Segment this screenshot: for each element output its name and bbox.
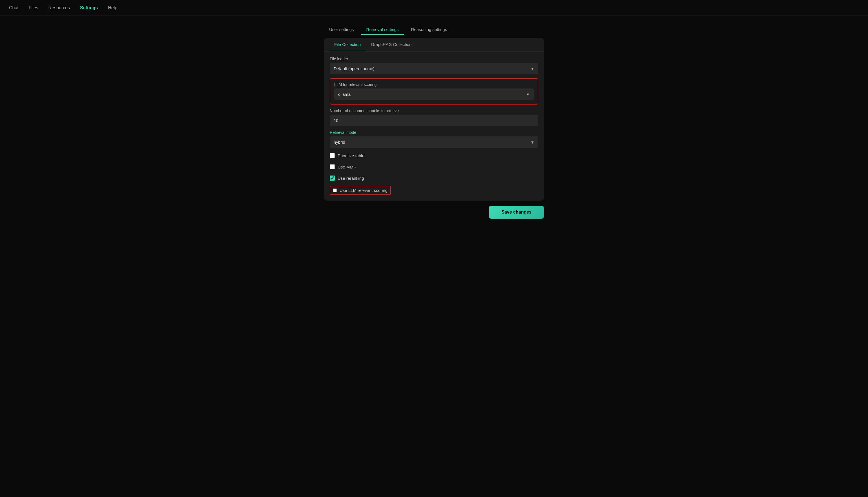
prioritize-table-checkbox[interactable] — [330, 153, 335, 158]
use-llm-scoring-checkbox[interactable] — [333, 188, 337, 192]
checkbox-use-mmr: Use MMR — [330, 163, 538, 170]
nav-chat[interactable]: Chat — [9, 5, 18, 11]
nav-resources[interactable]: Resources — [48, 5, 70, 11]
save-button-row: Save changes — [324, 206, 544, 219]
tab-retrieval-settings[interactable]: Retrieval settings — [361, 25, 404, 35]
use-llm-scoring-label: Use LLM relevant scoring — [340, 188, 387, 193]
inner-tab-file-collection[interactable]: File Collection — [329, 38, 366, 51]
use-llm-scoring-highlighted: Use LLM relevant scoring — [330, 186, 391, 195]
inner-tab-graphrag-collection[interactable]: GraphRAG Collection — [366, 38, 416, 51]
doc-chunks-section: Number of document chunks to retrieve 10 — [330, 109, 538, 126]
retrieval-mode-dropdown-wrap: hybrid dense sparse ▼ — [330, 136, 538, 148]
file-loader-dropdown[interactable]: Default (open-source) Custom — [330, 63, 538, 74]
retrieval-mode-label: Retrieval mode — [330, 130, 538, 135]
doc-chunks-input[interactable]: 10 — [330, 115, 538, 126]
settings-panel: File Collection GraphRAG Collection File… — [324, 38, 544, 201]
file-loader-dropdown-wrap: Default (open-source) Custom ▼ — [330, 63, 538, 74]
retrieval-mode-dropdown[interactable]: hybrid dense sparse — [330, 136, 538, 148]
tab-reasoning-settings[interactable]: Reasoning settings — [406, 25, 452, 35]
tab-user-settings[interactable]: User settings — [324, 25, 359, 35]
checkbox-use-llm-scoring-row: Use LLM relevant scoring — [330, 186, 538, 195]
main-content: User settings Retrieval settings Reasoni… — [0, 16, 868, 497]
checkbox-use-reranking: Use reranking — [330, 174, 538, 182]
file-loader-label: File loader — [330, 57, 538, 61]
nav-settings[interactable]: Settings — [80, 5, 98, 11]
nav-help[interactable]: Help — [108, 5, 117, 11]
top-navigation: Chat Files Resources Settings Help — [0, 0, 868, 16]
save-changes-button[interactable]: Save changes — [489, 206, 544, 219]
retrieval-mode-section: Retrieval mode hybrid dense sparse ▼ — [330, 130, 538, 148]
prioritize-table-label: Prioritize table — [338, 153, 365, 158]
llm-scoring-dropdown[interactable]: ollama openai anthropic — [334, 88, 534, 100]
file-loader-section: File loader Default (open-source) Custom… — [330, 57, 538, 74]
doc-chunks-label: Number of document chunks to retrieve — [330, 109, 538, 113]
nav-files[interactable]: Files — [29, 5, 38, 11]
llm-scoring-dropdown-wrap: ollama openai anthropic ▼ — [334, 88, 534, 100]
checkbox-prioritize-table: Prioritize table — [330, 152, 538, 159]
llm-scoring-section: LLM for relevant scoring ollama openai a… — [330, 78, 538, 104]
inner-tabs: File Collection GraphRAG Collection — [324, 38, 544, 52]
use-reranking-checkbox[interactable] — [330, 175, 335, 181]
settings-tabs: User settings Retrieval settings Reasoni… — [324, 25, 544, 35]
panel-body: File loader Default (open-source) Custom… — [324, 52, 544, 201]
use-mmr-label: Use MMR — [338, 165, 356, 169]
use-reranking-label: Use reranking — [338, 176, 364, 181]
use-mmr-checkbox[interactable] — [330, 164, 335, 169]
llm-scoring-label: LLM for relevant scoring — [334, 82, 534, 87]
